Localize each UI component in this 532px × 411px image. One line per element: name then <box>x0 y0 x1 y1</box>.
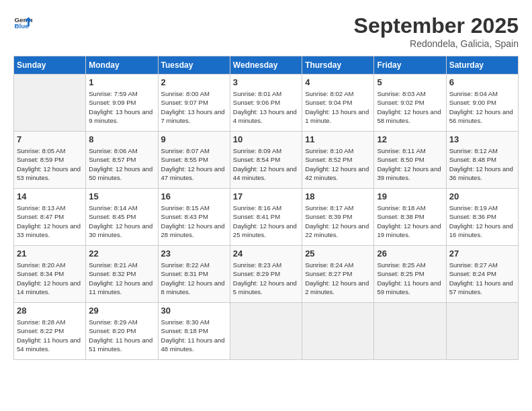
day-number: 6 <box>449 77 515 87</box>
day-cell: 20Sunrise: 8:19 AMSunset: 8:36 PMDayligh… <box>446 189 518 246</box>
day-info: Sunrise: 8:14 AMSunset: 8:45 PMDaylight:… <box>89 203 154 239</box>
day-info: Sunrise: 8:25 AMSunset: 8:25 PMDaylight:… <box>377 261 443 296</box>
calendar-table: SundayMondayTuesdayWednesdayThursdayFrid… <box>13 56 519 360</box>
day-info: Sunrise: 8:28 AMSunset: 8:22 PMDaylight:… <box>17 318 83 353</box>
month-title: September 2025 <box>354 13 519 38</box>
day-info: Sunrise: 8:23 AMSunset: 8:29 PMDaylight:… <box>233 261 299 296</box>
day-number: 13 <box>449 134 515 144</box>
day-info: Sunrise: 8:02 AMSunset: 9:04 PMDaylight:… <box>305 89 371 125</box>
day-cell: 30Sunrise: 8:30 AMSunset: 8:18 PMDayligh… <box>158 303 230 360</box>
day-number: 16 <box>161 191 227 201</box>
day-info: Sunrise: 8:22 AMSunset: 8:31 PMDaylight:… <box>161 261 227 296</box>
day-cell: 23Sunrise: 8:22 AMSunset: 8:31 PMDayligh… <box>158 246 230 303</box>
day-info: Sunrise: 8:27 AMSunset: 8:24 PMDaylight:… <box>449 261 515 296</box>
day-cell: 15Sunrise: 8:14 AMSunset: 8:45 PMDayligh… <box>86 189 158 246</box>
day-cell: 25Sunrise: 8:24 AMSunset: 8:27 PMDayligh… <box>302 246 374 303</box>
day-cell <box>446 303 518 360</box>
day-info: Sunrise: 8:29 AMSunset: 8:20 PMDaylight:… <box>89 318 154 353</box>
day-number: 26 <box>377 248 443 259</box>
day-cell <box>302 303 374 360</box>
day-number: 7 <box>17 134 83 144</box>
day-number: 10 <box>233 134 299 144</box>
week-row-4: 21Sunrise: 8:20 AMSunset: 8:34 PMDayligh… <box>14 246 519 303</box>
day-number: 11 <box>305 134 371 144</box>
day-number: 19 <box>377 191 443 201</box>
day-info: Sunrise: 8:00 AMSunset: 9:07 PMDaylight:… <box>161 89 227 125</box>
week-row-3: 14Sunrise: 8:13 AMSunset: 8:47 PMDayligh… <box>14 189 519 246</box>
day-info: Sunrise: 8:03 AMSunset: 9:02 PMDaylight:… <box>377 89 443 125</box>
day-cell: 18Sunrise: 8:17 AMSunset: 8:39 PMDayligh… <box>302 189 374 246</box>
day-info: Sunrise: 8:01 AMSunset: 9:06 PMDaylight:… <box>233 89 299 125</box>
col-header-saturday: Saturday <box>446 56 518 75</box>
day-number: 21 <box>17 248 83 259</box>
day-info: Sunrise: 8:21 AMSunset: 8:32 PMDaylight:… <box>89 261 154 296</box>
col-header-wednesday: Wednesday <box>230 56 302 75</box>
day-info: Sunrise: 8:09 AMSunset: 8:54 PMDaylight:… <box>233 146 299 182</box>
day-number: 20 <box>449 191 515 201</box>
day-cell: 14Sunrise: 8:13 AMSunset: 8:47 PMDayligh… <box>14 189 86 246</box>
day-number: 2 <box>161 77 227 87</box>
day-number: 1 <box>89 77 154 87</box>
day-info: Sunrise: 8:10 AMSunset: 8:52 PMDaylight:… <box>305 146 371 182</box>
week-row-1: 1Sunrise: 7:59 AMSunset: 9:09 PMDaylight… <box>14 75 519 132</box>
day-number: 3 <box>233 77 299 87</box>
day-cell: 8Sunrise: 8:06 AMSunset: 8:57 PMDaylight… <box>86 132 158 189</box>
day-cell: 28Sunrise: 8:28 AMSunset: 8:22 PMDayligh… <box>14 303 86 360</box>
day-info: Sunrise: 8:05 AMSunset: 8:59 PMDaylight:… <box>17 146 83 182</box>
day-number: 29 <box>89 306 154 316</box>
day-number: 30 <box>161 306 227 316</box>
day-cell: 16Sunrise: 8:15 AMSunset: 8:43 PMDayligh… <box>158 189 230 246</box>
day-cell: 7Sunrise: 8:05 AMSunset: 8:59 PMDaylight… <box>14 132 86 189</box>
day-cell <box>374 303 446 360</box>
day-info: Sunrise: 8:19 AMSunset: 8:36 PMDaylight:… <box>449 203 515 239</box>
day-cell: 24Sunrise: 8:23 AMSunset: 8:29 PMDayligh… <box>230 246 302 303</box>
day-info: Sunrise: 8:11 AMSunset: 8:50 PMDaylight:… <box>377 146 443 182</box>
day-cell: 21Sunrise: 8:20 AMSunset: 8:34 PMDayligh… <box>14 246 86 303</box>
col-header-monday: Monday <box>86 56 158 75</box>
day-cell: 10Sunrise: 8:09 AMSunset: 8:54 PMDayligh… <box>230 132 302 189</box>
day-info: Sunrise: 8:04 AMSunset: 9:00 PMDaylight:… <box>449 89 515 125</box>
location-title: Redondela, Galicia, Spain <box>354 38 519 49</box>
day-info: Sunrise: 8:30 AMSunset: 8:18 PMDaylight:… <box>161 318 227 353</box>
day-info: Sunrise: 8:12 AMSunset: 8:48 PMDaylight:… <box>449 146 515 182</box>
logo-icon: General Blue <box>13 13 32 32</box>
day-cell: 5Sunrise: 8:03 AMSunset: 9:02 PMDaylight… <box>374 75 446 132</box>
day-number: 22 <box>89 248 154 259</box>
week-row-2: 7Sunrise: 8:05 AMSunset: 8:59 PMDaylight… <box>14 132 519 189</box>
day-info: Sunrise: 8:13 AMSunset: 8:47 PMDaylight:… <box>17 203 83 239</box>
week-row-5: 28Sunrise: 8:28 AMSunset: 8:22 PMDayligh… <box>14 303 519 360</box>
day-cell: 1Sunrise: 7:59 AMSunset: 9:09 PMDaylight… <box>86 75 158 132</box>
day-cell: 3Sunrise: 8:01 AMSunset: 9:06 PMDaylight… <box>230 75 302 132</box>
day-cell: 11Sunrise: 8:10 AMSunset: 8:52 PMDayligh… <box>302 132 374 189</box>
day-number: 15 <box>89 191 154 201</box>
day-cell: 17Sunrise: 8:16 AMSunset: 8:41 PMDayligh… <box>230 189 302 246</box>
day-info: Sunrise: 7:59 AMSunset: 9:09 PMDaylight:… <box>89 89 154 125</box>
day-number: 8 <box>89 134 154 144</box>
day-number: 25 <box>305 248 371 259</box>
day-info: Sunrise: 8:07 AMSunset: 8:55 PMDaylight:… <box>161 146 227 182</box>
day-number: 14 <box>17 191 83 201</box>
day-number: 24 <box>233 248 299 259</box>
day-number: 18 <box>305 191 371 201</box>
day-cell: 4Sunrise: 8:02 AMSunset: 9:04 PMDaylight… <box>302 75 374 132</box>
day-cell <box>230 303 302 360</box>
day-info: Sunrise: 8:24 AMSunset: 8:27 PMDaylight:… <box>305 261 371 296</box>
logo: General Blue <box>13 13 32 32</box>
day-number: 23 <box>161 248 227 259</box>
day-number: 9 <box>161 134 227 144</box>
day-cell: 29Sunrise: 8:29 AMSunset: 8:20 PMDayligh… <box>86 303 158 360</box>
svg-text:Blue: Blue <box>14 22 29 30</box>
title-area: September 2025 Redondela, Galicia, Spain <box>354 13 519 49</box>
col-header-tuesday: Tuesday <box>158 56 230 75</box>
day-number: 27 <box>449 248 515 259</box>
day-cell: 12Sunrise: 8:11 AMSunset: 8:50 PMDayligh… <box>374 132 446 189</box>
day-cell: 13Sunrise: 8:12 AMSunset: 8:48 PMDayligh… <box>446 132 518 189</box>
day-cell <box>14 75 86 132</box>
day-info: Sunrise: 8:18 AMSunset: 8:38 PMDaylight:… <box>377 203 443 239</box>
day-info: Sunrise: 8:20 AMSunset: 8:34 PMDaylight:… <box>17 261 83 296</box>
day-number: 4 <box>305 77 371 87</box>
day-cell: 6Sunrise: 8:04 AMSunset: 9:00 PMDaylight… <box>446 75 518 132</box>
day-info: Sunrise: 8:17 AMSunset: 8:39 PMDaylight:… <box>305 203 371 239</box>
day-cell: 2Sunrise: 8:00 AMSunset: 9:07 PMDaylight… <box>158 75 230 132</box>
day-cell: 9Sunrise: 8:07 AMSunset: 8:55 PMDaylight… <box>158 132 230 189</box>
